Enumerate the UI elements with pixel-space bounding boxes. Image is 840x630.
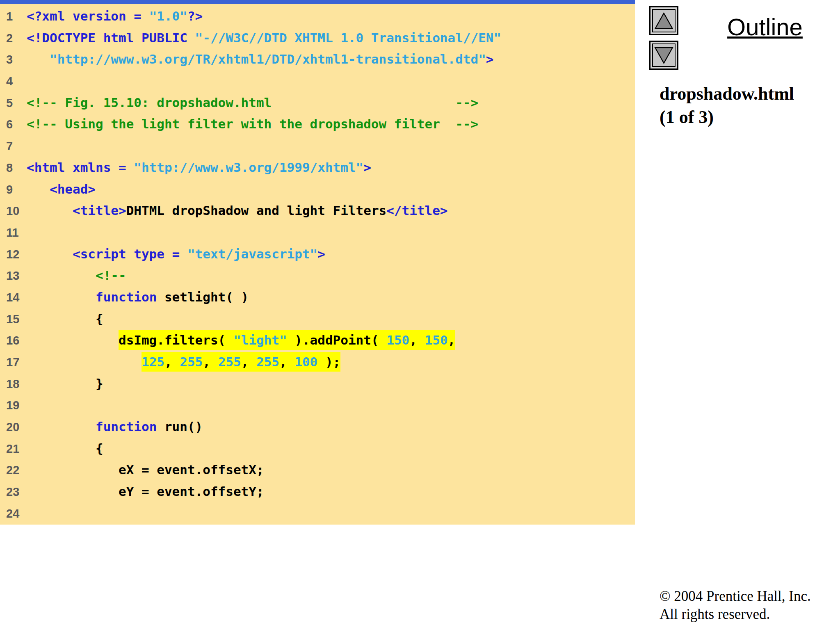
highlighted-code-segment: ); [317,352,340,372]
down-arrow-icon [653,44,675,66]
code-segment: function [96,290,157,304]
code-segment: > [363,160,371,175]
code-segment: <!-- [96,268,126,283]
line-number: 15 [0,308,27,330]
code-line: 7 [0,135,635,157]
highlighted-code-segment: dsImg.filters( [119,330,233,350]
line-number: 17 [0,352,27,373]
code-line: 12 <script type = "text/javascript"> [0,243,635,265]
copyright-line1: © 2004 Prentice Hall, Inc. [660,587,811,605]
code-line: 23 eY = event.offsetY; [0,481,635,502]
code-segment: { [27,311,103,326]
file-title-line1: dropshadow.html [660,82,794,105]
highlighted-code-segment: 255 [218,352,241,372]
up-arrow-icon [653,10,675,32]
code-segment: } [27,376,103,391]
scroll-down-button-face [652,43,676,67]
code-line: 21 { [0,438,635,459]
scroll-up-button[interactable] [649,6,678,35]
code-segment: run() [157,419,203,434]
code-segment: <title> [73,203,126,218]
code-segment [27,268,96,283]
code-segment: <!DOCTYPE html PUBLIC [27,30,195,45]
line-number: 16 [0,330,27,352]
line-number: 11 [0,222,27,244]
code-segment [27,182,50,196]
line-number: 19 [0,395,27,416]
code-line: 14 function setlight( ) [0,286,635,308]
highlighted-code-segment: 255 [256,352,279,372]
highlighted-code-segment: 150 [386,330,409,350]
code-segment [27,419,96,434]
code-line: 5<!-- Fig. 15.10: dropshadow.html --> [0,92,635,114]
code-segment: <?xml version = [27,9,149,23]
code-segment: "http://www.w3.org/1999/xhtml" [134,160,363,175]
highlighted-code-segment: "light" [233,330,287,350]
code-segment: <html xmlns = [27,160,134,175]
highlighted-code-segment: ).addPoint( [287,330,387,350]
code-segment: DHTML dropShadow and light Filters [126,203,387,218]
code-panel: 1<?xml version = "1.0"?>2<!DOCTYPE html … [0,4,635,525]
code-line: 18 } [0,373,635,395]
line-number: 12 [0,244,27,265]
line-number: 23 [0,481,27,503]
code-segment: eY = event.offsetY; [27,484,264,499]
highlighted-code-segment: , [448,330,456,350]
code-segment: </title> [386,203,447,218]
code-line: 3 "http://www.w3.org/TR/xhtml1/DTD/xhtml… [0,48,635,70]
code-segment: "1.0" [149,9,187,23]
code-line: 10 <title>DHTML dropShadow and light Fil… [0,200,635,221]
code-segment: "text/javascript" [187,247,317,261]
highlighted-code-segment: , [279,352,294,372]
code-segment [27,52,50,66]
code-segment [27,290,96,304]
line-number: 9 [0,179,27,201]
code-segment [27,333,119,347]
code-line: 1<?xml version = "1.0"?> [0,5,635,27]
code-line: 17 125, 255, 255, 255, 100 ); [0,351,635,373]
code-line: 4 [0,70,635,92]
line-number: 24 [0,503,27,525]
copyright-footer: © 2004 Prentice Hall, Inc. All rights re… [660,587,811,623]
highlighted-code-segment: , [203,352,218,372]
line-number: 5 [0,92,27,114]
code-segment: > [317,247,325,261]
scroll-down-button[interactable] [649,41,678,70]
code-segment [27,203,73,218]
top-accent-bar [0,0,635,4]
code-line: 24 [0,502,635,524]
highlighted-code-segment: 100 [294,352,317,372]
code-line: 15 { [0,308,635,330]
code-segment: > [486,52,494,66]
highlighted-code-segment: 255 [180,352,203,372]
copyright-line2: All rights reserved. [660,605,811,623]
code-line: 9 <head> [0,178,635,200]
line-number: 1 [0,6,27,27]
file-title: dropshadow.html (1 of 3) [660,82,794,129]
code-line: 16 dsImg.filters( "light" ).addPoint( 15… [0,329,635,351]
code-line: 13 <!-- [0,265,635,286]
line-number: 4 [0,71,27,92]
code-segment: { [27,441,103,456]
highlighted-code-segment: 150 [425,330,448,350]
line-number: 13 [0,265,27,287]
code-line: 22 eX = event.offsetX; [0,459,635,481]
code-line: 20 function run() [0,416,635,438]
highlighted-code-segment: , [164,352,180,372]
code-segment: "-//W3C//DTD XHTML 1.0 Transitional//EN" [195,30,502,45]
code-segment: setlight( ) [157,290,249,304]
code-segment: ?> [187,9,203,23]
code-segment: <script type = [73,247,187,261]
code-segment [27,247,73,261]
code-segment [27,354,142,369]
code-segment: function [96,419,157,434]
line-number: 8 [0,157,27,179]
highlighted-code-segment: , [241,352,256,372]
line-number: 10 [0,200,27,222]
code-line: 19 [0,394,635,416]
scroll-up-button-face [652,9,676,32]
slide: 1<?xml version = "1.0"?>2<!DOCTYPE html … [0,0,840,630]
outline-heading: Outline [697,13,833,41]
line-number: 7 [0,135,27,157]
line-number: 6 [0,114,27,135]
